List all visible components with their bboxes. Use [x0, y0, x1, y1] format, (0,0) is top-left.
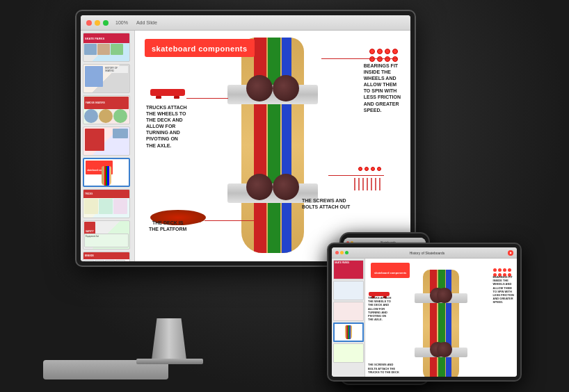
skateboard [196, 31, 349, 261]
tablet-deck-stripe-b [446, 270, 451, 377]
slide-thumb-inner-2: HISTORY OFSKATING [83, 65, 129, 92]
tablet-wheel-br [437, 342, 452, 357]
tablet-deck [423, 270, 459, 377]
tablet-thumb-5[interactable] [333, 343, 364, 363]
tablet-close[interactable] [335, 251, 339, 254]
screws-dots [358, 167, 381, 171]
screw-dot-2 [364, 167, 369, 171]
close-button[interactable] [86, 20, 92, 26]
tablet-bearing-dot-4 [508, 268, 511, 272]
slide-thumb-inner-5: skateboard components [84, 159, 129, 186]
tablet-slide-title: skateboard components [374, 271, 406, 275]
slide-thumb-inner-3: FAMOUS SKATERS [83, 96, 129, 124]
tablet-play-button[interactable]: ▶ [508, 250, 513, 256]
tablet: History of Skateboards ▶ SKATE PARKS [327, 243, 522, 382]
monitor-toolbar: 100% Add Slide [81, 15, 410, 31]
tablet-main: skateboard components BEARINGS FITINSIDE… [365, 259, 517, 377]
truck-svg [149, 86, 186, 103]
bearing-dot-3 [385, 49, 390, 54]
slide-thumb-inner-7: SAFETY Equipment list [83, 221, 129, 249]
slides-sidebar[interactable]: SKATE PARKS HISTORY OFSKATING [81, 31, 135, 261]
slide-title: skateboard components [152, 44, 248, 53]
bearing-dot-6 [377, 56, 383, 62]
tablet-thumb-inner-3 [334, 302, 363, 320]
slide-thumb-1[interactable]: SKATE PARKS [83, 33, 130, 62]
svg-rect-0 [150, 89, 185, 96]
slide-thumb-7[interactable]: SAFETY Equipment list [83, 220, 130, 250]
tablet-thumb-inner-5 [334, 344, 363, 362]
slide-thumb-5[interactable]: skateboard components [83, 158, 130, 187]
svg-rect-2 [174, 96, 179, 99]
toolbar-add[interactable]: Add Slide [136, 20, 157, 25]
tablet-slide-title-box: skateboard components [371, 263, 410, 278]
tablet-content: SKATE PARKS [332, 259, 517, 377]
slide-title-box: skateboard components [145, 39, 255, 57]
screws-svg [353, 178, 384, 192]
trucks-annotation: TRUCKS ATTACHTHE WHEELS TOTHE DECK ANDAL… [146, 104, 187, 149]
tablet-thumb-4[interactable] [333, 322, 364, 342]
tablet-deck-stripe-g [438, 270, 445, 377]
slide-thumb-6[interactable]: TRICKS [83, 189, 130, 218]
wheel-bottom-right [273, 174, 299, 200]
bearings-annotation: BEARINGS FITINSIDE THEWHEELS ANDALLOW TH… [364, 63, 401, 113]
bearing-dot-1 [369, 49, 375, 54]
slide-thumb-inner-1: SKATE PARKS [83, 33, 129, 61]
minimize-button[interactable] [95, 20, 100, 26]
tablet-trucks-text: TRUCKS ATTACHTHE WHEELS TOTHE DECK ANDAL… [368, 296, 391, 321]
screw-dot-3 [371, 167, 375, 171]
bearing-dot-4 [392, 49, 398, 54]
tablet-screen: History of Skateboards ▶ SKATE PARKS [332, 247, 517, 377]
deck-stripe-green [268, 38, 280, 253]
bearings-line [321, 58, 398, 59]
tablet-wheel-tr [437, 288, 452, 303]
truck-icon-left [149, 86, 186, 106]
tablet-thumb-3[interactable] [333, 302, 364, 321]
slide-thumb-3[interactable]: FAMOUS SKATERS [83, 95, 130, 124]
tablet-thumb-1[interactable]: SKATE PARKS [333, 260, 364, 279]
wheel-bottom-left [246, 174, 273, 200]
screw-dot-1 [358, 167, 362, 171]
tablet-thumb-inner-4 [335, 324, 362, 341]
slide-thumb-4[interactable] [83, 126, 130, 156]
tablet-bearing-dot-1 [493, 268, 497, 272]
slide-thumb-8[interactable]: BRANDS [83, 252, 130, 261]
screws-line [328, 175, 384, 176]
bearing-dot-5 [369, 56, 375, 62]
tablet-title: History of Skateboards [348, 251, 506, 255]
tablet-thumb-inner-1: SKATE PARKS [334, 261, 363, 279]
tablet-screws-text: THE SCREWS ANDBOLTS ATTACH THETRUCKS TO … [368, 363, 399, 374]
tablet-thumb-2[interactable] [333, 281, 364, 300]
trucks-line [186, 98, 228, 99]
maximize-button[interactable] [103, 20, 109, 26]
content-area: SKATE PARKS HISTORY OFSKATING [81, 31, 410, 261]
svg-rect-1 [156, 96, 161, 99]
tablet-bearing-dot-3 [503, 268, 506, 272]
wheel-top-right [273, 75, 299, 101]
tablet-bearing-dot-2 [498, 268, 502, 272]
slide-thumb-2[interactable]: HISTORY OFSKATING [83, 64, 130, 93]
screw-dot-4 [377, 167, 381, 171]
deck-annotation: THE DECK ISTHE PLATFORM [149, 220, 186, 232]
main-slide: skateboard components BEARI [135, 31, 410, 261]
monitor: 100% Add Slide SKATE PARKS [75, 10, 416, 267]
tablet-deck-stripe-r [430, 270, 437, 377]
bearing-dot-8 [392, 56, 398, 62]
screws-icon [353, 178, 384, 195]
tablet-thumb-inner-2 [334, 281, 363, 300]
bearing-dot-2 [377, 49, 383, 54]
slide-thumb-inner-6: TRICKS [83, 190, 129, 218]
tablet-minimize[interactable] [340, 251, 344, 254]
deck-line [205, 220, 260, 221]
bearing-dot-7 [385, 56, 390, 62]
toolbar-label: 100% [115, 20, 128, 25]
tablet-toolbar: History of Skateboards ▶ [332, 247, 517, 259]
monitor-base [136, 359, 203, 364]
deck-stripe-blue [282, 38, 291, 253]
slide-thumb-inner-4 [83, 127, 129, 155]
bearings-dots [369, 49, 398, 62]
tablet-sidebar[interactable]: SKATE PARKS [332, 259, 365, 377]
wheel-top-left [246, 75, 273, 101]
monitor-screen: 100% Add Slide SKATE PARKS [81, 15, 410, 261]
slide-thumb-inner-8: BRANDS [83, 252, 129, 261]
monitor-stand [152, 318, 186, 360]
